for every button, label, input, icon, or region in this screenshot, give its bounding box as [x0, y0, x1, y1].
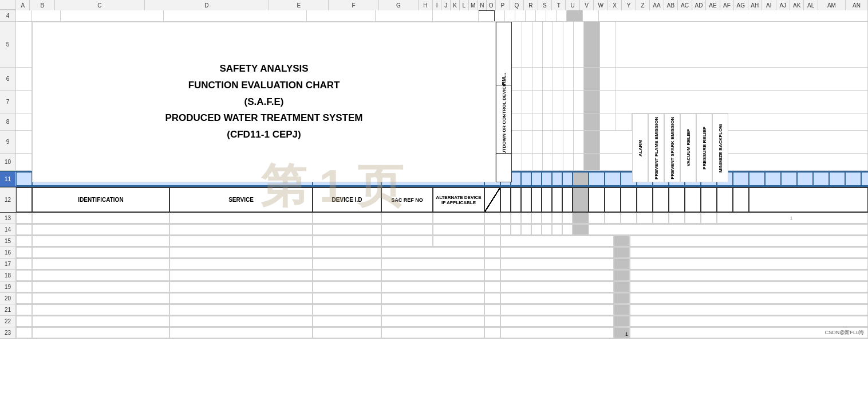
cell-4-B[interactable] [32, 10, 61, 21]
cell-11-O[interactable] [562, 172, 573, 186]
cell-5-L[interactable] [543, 22, 553, 67]
col-AA[interactable]: AA [650, 0, 664, 10]
cell-12-S[interactable] [621, 187, 637, 212]
cell-12-Q[interactable] [589, 187, 605, 212]
col-AF[interactable]: AF [720, 0, 734, 10]
cell-5-Q[interactable] [600, 22, 616, 67]
col-F[interactable]: F [329, 0, 378, 10]
cell-4-O[interactable] [557, 10, 567, 21]
col-N[interactable]: N [478, 0, 487, 10]
col-A[interactable]: A [16, 0, 30, 10]
cell-11-Q[interactable] [589, 172, 605, 186]
cell-12-Y[interactable] [717, 187, 733, 212]
col-U[interactable]: U [566, 0, 579, 10]
col-AH[interactable]: AH [748, 0, 762, 10]
cell-12-M[interactable] [542, 187, 552, 212]
cell-12-J[interactable] [511, 187, 521, 212]
cell-5-A[interactable] [16, 22, 32, 67]
col-Z[interactable]: Z [636, 0, 650, 10]
col-Q[interactable]: Q [510, 0, 524, 10]
cell-4-K[interactable] [515, 10, 526, 21]
col-E[interactable]: E [269, 0, 329, 10]
cell-5-O[interactable] [574, 22, 584, 67]
cell-12-Z[interactable] [733, 187, 749, 212]
col-AJ[interactable]: AJ [776, 0, 790, 10]
col-V[interactable]: V [580, 0, 594, 10]
col-AC[interactable]: AC [678, 0, 692, 10]
cell-5-J[interactable] [522, 22, 532, 67]
cell-12-U[interactable] [653, 187, 669, 212]
col-I[interactable]: I [433, 0, 442, 10]
cell-11-K[interactable] [521, 172, 531, 186]
cell-4-Q[interactable] [583, 10, 599, 21]
cell-12-T[interactable] [637, 187, 653, 212]
col-M[interactable]: M [469, 0, 478, 10]
col-W[interactable]: W [594, 0, 607, 10]
cell-4-I[interactable] [495, 10, 505, 21]
cell-11-AG[interactable] [845, 172, 861, 186]
col-O[interactable]: O [487, 0, 496, 10]
col-L[interactable]: L [460, 0, 469, 10]
cell-12-V[interactable] [669, 187, 685, 212]
cell-4-E[interactable] [307, 10, 376, 21]
cell-11-N[interactable] [552, 172, 562, 186]
cell-4-A[interactable] [16, 10, 32, 21]
col-AL[interactable]: AL [804, 0, 818, 10]
cell-12-W[interactable] [685, 187, 701, 212]
cell-12-A[interactable] [16, 187, 32, 212]
cell-12-rest[interactable] [749, 187, 868, 212]
cell-11-AB[interactable] [765, 172, 781, 186]
cell-4-N[interactable] [546, 10, 557, 21]
col-Y[interactable]: Y [622, 0, 636, 10]
col-D[interactable]: D [145, 0, 269, 10]
cell-4-C[interactable] [61, 10, 164, 21]
cell-4-H[interactable] [479, 10, 495, 21]
cell-4-P[interactable] [567, 10, 583, 21]
cell-11-AD[interactable] [797, 172, 813, 186]
cell-11-AA[interactable] [749, 172, 765, 186]
cell-11-A[interactable] [16, 172, 32, 186]
col-AB[interactable]: AB [664, 0, 678, 10]
cell-11-P[interactable] [573, 172, 589, 186]
col-K[interactable]: K [451, 0, 460, 10]
cell-4-J[interactable] [505, 10, 515, 21]
col-C[interactable]: C [55, 0, 145, 10]
col-AN[interactable]: AN [846, 0, 868, 10]
col-P[interactable]: P [496, 0, 510, 10]
cell-11-L[interactable] [531, 172, 542, 186]
col-R[interactable]: R [524, 0, 538, 10]
cell-11-R[interactable] [605, 172, 621, 186]
cell-12-R[interactable] [605, 187, 621, 212]
col-X[interactable]: X [608, 0, 622, 10]
cell-4-G[interactable] [433, 10, 479, 21]
cell-5-M[interactable] [553, 22, 563, 67]
cell-4-M[interactable] [536, 10, 546, 21]
cell-11-AC[interactable] [781, 172, 797, 186]
cell-5-P[interactable] [584, 22, 600, 67]
col-AK[interactable]: AK [790, 0, 804, 10]
cell-11-J[interactable] [511, 172, 521, 186]
cell-5-K[interactable] [532, 22, 543, 67]
col-AD[interactable]: AD [692, 0, 706, 10]
cell-11-M[interactable] [542, 172, 552, 186]
col-H[interactable]: H [419, 0, 432, 10]
cell-11-AH[interactable] [861, 172, 868, 186]
cell-12-P[interactable] [573, 187, 589, 212]
cell-4-rest[interactable] [599, 10, 868, 21]
col-AG[interactable]: AG [734, 0, 748, 10]
cell-4-D[interactable] [164, 10, 307, 21]
cell-5-N[interactable] [563, 22, 574, 67]
col-AI[interactable]: AI [762, 0, 776, 10]
cell-11-AE[interactable] [813, 172, 829, 186]
col-T[interactable]: T [552, 0, 566, 10]
cell-12-K[interactable] [521, 187, 531, 212]
cell-12-N[interactable] [552, 187, 562, 212]
cell-12-X[interactable] [701, 187, 717, 212]
cell-12-O[interactable] [562, 187, 573, 212]
col-G[interactable]: G [379, 0, 419, 10]
cell-12-L[interactable] [531, 187, 542, 212]
cell-4-F[interactable] [376, 10, 433, 21]
col-B[interactable]: B [30, 0, 55, 10]
col-S[interactable]: S [538, 0, 552, 10]
col-J[interactable]: J [441, 0, 451, 10]
